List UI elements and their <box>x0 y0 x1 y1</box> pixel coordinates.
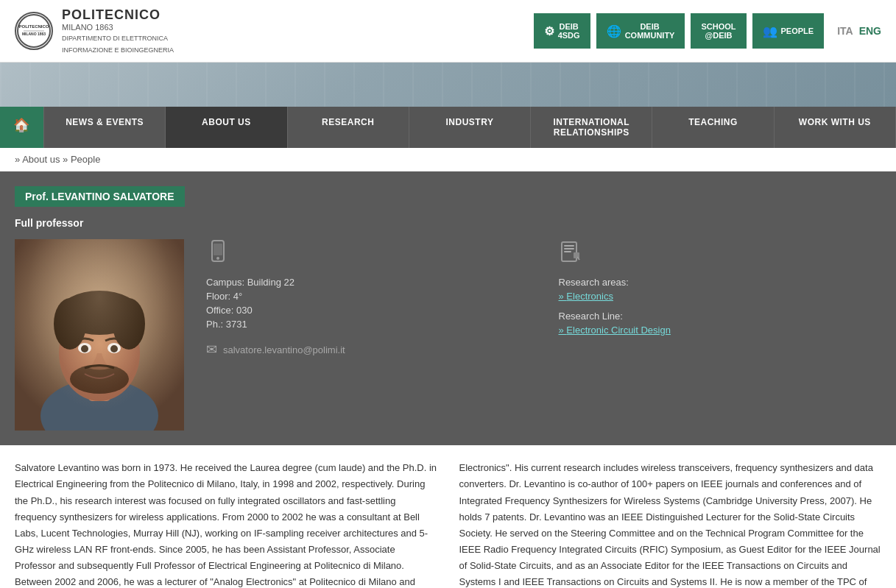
nav-teaching[interactable]: TEACHING <box>652 107 774 148</box>
lang-ita[interactable]: ITA <box>837 25 853 37</box>
svg-rect-22 <box>564 248 574 249</box>
breadcrumb-separator: » <box>63 154 71 165</box>
profile-photo <box>15 239 184 431</box>
breadcrumb-people[interactable]: People <box>71 154 100 165</box>
svg-rect-18 <box>214 244 222 255</box>
breadcrumb-prefix: » <box>15 154 22 165</box>
svg-point-6 <box>40 379 158 431</box>
site-title: POLITECNICO <box>62 7 174 23</box>
contact-info: Campus: Building 22 Floor: 4° Office: 03… <box>206 239 529 431</box>
research-areas-label: Research areas: <box>559 277 882 288</box>
breadcrumb-about-us[interactable]: About us <box>22 154 60 165</box>
svg-point-19 <box>216 257 219 260</box>
school-deib-button[interactable]: SCHOOL@DEIB <box>691 13 746 49</box>
phone-info: Ph.: 3731 <box>206 319 529 330</box>
floor-info: Floor: 4° <box>206 291 529 302</box>
nav-international[interactable]: INTERNATIONAL RELATIONSHIPS <box>531 107 652 148</box>
svg-text:MILANO 1863: MILANO 1863 <box>22 32 46 36</box>
logo-area: POLITECNICO MILANO 1863 POLITECNICO MILA… <box>15 7 534 54</box>
svg-rect-23 <box>564 251 571 252</box>
dept-line1: DIPARTIMENTO DI ELETTRONICA <box>62 35 174 43</box>
people-button[interactable]: 👥 PEOPLE <box>752 13 825 49</box>
nav-home[interactable]: 🏠 <box>0 107 44 148</box>
profile-name-bar: Prof. LEVANTINO SALVATORE <box>15 186 185 207</box>
research-area-link[interactable]: » Electronics <box>559 291 882 302</box>
people-icon: 👥 <box>763 24 777 38</box>
svg-rect-4 <box>15 239 184 431</box>
profile-info: Campus: Building 22 Floor: 4° Office: 03… <box>206 239 881 431</box>
lang-eng[interactable]: ENG <box>859 25 881 37</box>
nav-research[interactable]: RESEARCH <box>288 107 409 148</box>
svg-rect-5 <box>15 239 184 431</box>
research-info: Research areas: » Electronics Research L… <box>559 239 882 431</box>
logo-circle: POLITECNICO MILANO 1863 <box>15 12 53 50</box>
research-line-link[interactable]: » Electronic Circuit Design <box>559 325 882 336</box>
site-subtitle: MILANO 1863 <box>62 23 174 32</box>
svg-rect-7 <box>88 375 110 401</box>
top-navigation: ⚙ DEIB4SDG 🌐 DEIBCOMMUNITY SCHOOL@DEIB 👥… <box>534 13 881 49</box>
deib-community-button[interactable]: 🌐 DEIBCOMMUNITY <box>596 13 685 49</box>
office-info: Office: 030 <box>206 305 529 316</box>
research-line-label: Research Line: <box>559 311 882 322</box>
research-icon <box>559 239 882 268</box>
bio-right: Electronics". His current research inclu… <box>459 460 882 588</box>
community-icon: 🌐 <box>607 24 621 38</box>
logo-text: POLITECNICO MILANO 1863 DIPARTIMENTO DI … <box>62 7 174 54</box>
bio-left: Salvatore Levantino was born in 1973. He… <box>15 460 437 588</box>
main-navigation: 🏠 NEWS & EVENTS ABOUT US RESEARCH INDUST… <box>0 107 896 148</box>
nav-about-us[interactable]: ABOUT US <box>166 107 287 148</box>
profile-title: Full professor <box>15 217 881 229</box>
email-row: ✉ salvatore.levantino@polimi.it <box>206 341 529 358</box>
bio-section: Salvatore Levantino was born in 1973. He… <box>0 445 896 588</box>
svg-point-10 <box>54 298 86 350</box>
nav-work-with-us[interactable]: WORK WITH US <box>775 107 896 148</box>
svg-point-9 <box>59 291 140 335</box>
nav-news-events[interactable]: NEWS & EVENTS <box>44 107 166 148</box>
svg-point-11 <box>113 298 145 350</box>
svg-point-16 <box>110 345 118 353</box>
svg-rect-21 <box>564 245 574 247</box>
language-switcher: ITA ENG <box>837 25 881 37</box>
svg-point-12 <box>70 364 129 394</box>
site-header: POLITECNICO MILANO 1863 POLITECNICO MILA… <box>0 0 896 63</box>
dept-line2: INFORMAZIONE E BIOINGEGNERIA <box>62 46 174 55</box>
email-link[interactable]: salvatore.levantino@polimi.it <box>223 344 345 355</box>
phone-icon <box>206 239 529 268</box>
breadcrumb: » About us » People <box>0 148 896 171</box>
svg-point-15 <box>81 345 88 353</box>
campus-info: Campus: Building 22 <box>206 277 529 288</box>
deib4sdg-icon: ⚙ <box>544 24 554 38</box>
svg-text:POLITECNICO: POLITECNICO <box>18 24 49 29</box>
svg-point-13 <box>78 343 91 353</box>
nav-industry[interactable]: INDUSTRY <box>409 107 531 148</box>
hero-image <box>0 63 896 107</box>
svg-point-14 <box>107 343 121 353</box>
profile-section: Prof. LEVANTINO SALVATORE Full professor <box>0 171 896 445</box>
deib4sdg-button[interactable]: ⚙ DEIB4SDG <box>534 13 590 49</box>
svg-point-8 <box>59 305 140 401</box>
email-icon: ✉ <box>206 341 217 358</box>
profile-content: Campus: Building 22 Floor: 4° Office: 03… <box>15 239 881 431</box>
